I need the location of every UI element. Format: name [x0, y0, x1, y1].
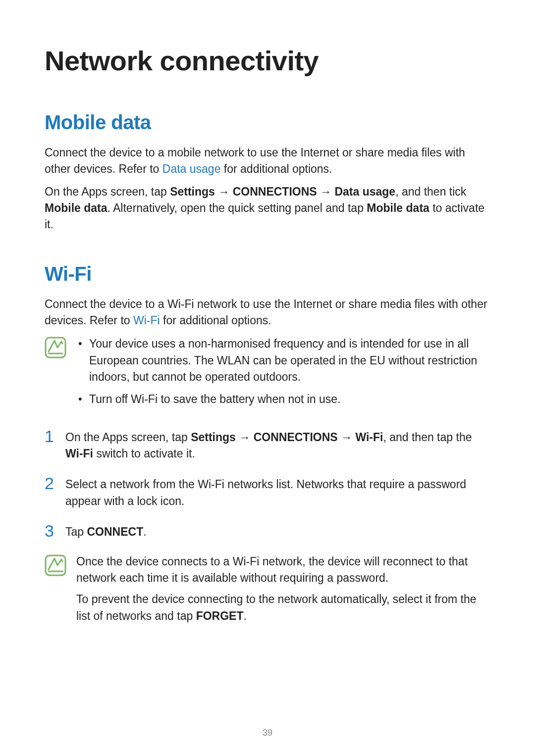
arrow: → — [338, 431, 356, 444]
label-wifi: Wi-Fi — [355, 431, 383, 444]
text: . — [143, 525, 146, 538]
note-icon — [45, 337, 66, 358]
page-container: Network connectivity Mobile data Connect… — [0, 0, 535, 756]
note-paragraph: Once the device connects to a Wi-Fi netw… — [76, 554, 490, 587]
text: On the Apps screen, tap — [65, 431, 191, 444]
note-content: Once the device connects to a Wi-Fi netw… — [76, 554, 490, 629]
label-forget: FORGET — [196, 609, 244, 622]
link-data-usage[interactable]: Data usage — [162, 162, 221, 175]
link-wifi[interactable]: Wi-Fi — [133, 314, 160, 327]
note-paragraph: To prevent the device connecting to the … — [76, 591, 490, 624]
text: . — [243, 609, 246, 622]
step-text: On the Apps screen, tap Settings → CONNE… — [65, 428, 490, 462]
section-wifi: Wi-Fi Connect the device to a Wi-Fi netw… — [45, 263, 490, 629]
label-mobile-data: Mobile data — [45, 202, 107, 214]
label-settings: Settings — [170, 185, 215, 198]
heading-wifi: Wi-Fi — [45, 263, 490, 285]
arrow: → — [215, 185, 233, 198]
section-mobile-data: Mobile data Connect the device to a mobi… — [45, 111, 490, 233]
page-title: Network connectivity — [45, 45, 490, 77]
page-number: 39 — [0, 728, 535, 738]
step-number: 2 — [45, 475, 56, 492]
mobile-paragraph-2: On the Apps screen, tap Settings → CONNE… — [45, 184, 490, 233]
wifi-paragraph-1: Connect the device to a Wi-Fi network to… — [45, 296, 490, 329]
svg-rect-1 — [46, 555, 65, 575]
step-1: 1 On the Apps screen, tap Settings → CON… — [45, 428, 490, 462]
steps-list: 1 On the Apps screen, tap Settings → CON… — [45, 428, 490, 541]
mobile-paragraph-1: Connect the device to a mobile network t… — [45, 145, 490, 178]
label-mobile-data: Mobile data — [367, 202, 429, 214]
step-2: 2 Select a network from the Wi-Fi networ… — [45, 475, 490, 509]
svg-rect-0 — [46, 338, 65, 357]
label-connections: CONNECTIONS — [254, 431, 338, 444]
text: for additional options. — [220, 162, 332, 175]
note-content: Your device uses a non-harmonised freque… — [76, 336, 490, 413]
heading-mobile-data: Mobile data — [45, 111, 490, 134]
note-block-2: Once the device connects to a Wi-Fi netw… — [45, 554, 490, 629]
text: To prevent the device connecting to the … — [76, 593, 477, 622]
note-block-1: Your device uses a non-harmonised freque… — [45, 336, 490, 413]
arrow: → — [317, 185, 335, 198]
arrow: → — [236, 431, 254, 444]
step-3: 3 Tap CONNECT. — [45, 522, 490, 540]
step-text: Select a network from the Wi-Fi networks… — [65, 475, 490, 509]
note-list-item: Your device uses a non-harmonised freque… — [76, 336, 490, 385]
label-wifi: Wi-Fi — [65, 447, 93, 460]
label-connect: CONNECT — [87, 525, 143, 538]
note-list-item: Turn off Wi-Fi to save the battery when … — [76, 391, 490, 407]
label-settings: Settings — [191, 431, 236, 444]
text: , and then tick — [395, 185, 466, 198]
text: , and then tap the — [383, 431, 472, 444]
step-text: Tap CONNECT. — [65, 522, 490, 540]
text: . Alternatively, open the quick setting … — [107, 202, 367, 214]
note-icon — [45, 554, 66, 576]
step-number: 1 — [45, 428, 56, 445]
text: On the Apps screen, tap — [45, 185, 170, 198]
text: switch to activate it. — [93, 447, 195, 460]
text: Tap — [65, 525, 87, 538]
text: for additional options. — [160, 314, 271, 327]
label-data-usage: Data usage — [334, 185, 395, 198]
step-number: 3 — [45, 522, 56, 539]
label-connections: CONNECTIONS — [233, 185, 317, 198]
